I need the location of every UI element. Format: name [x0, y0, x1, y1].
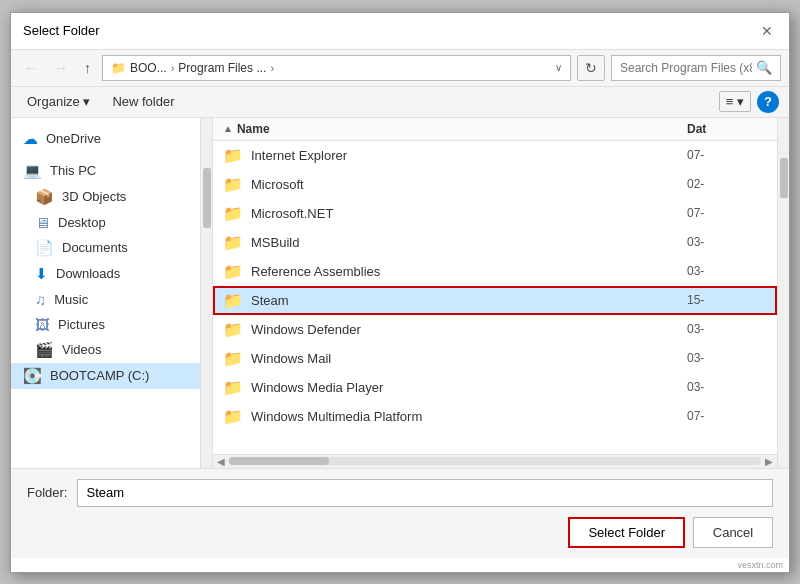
sidebar-item-label: This PC: [50, 163, 96, 178]
dialog-title: Select Folder: [23, 23, 100, 38]
sidebar: ☁ OneDrive 💻 This PC 📦 3D Objects 🖥 Desk…: [11, 118, 201, 468]
downloads-icon: ⬇: [35, 265, 48, 283]
sidebar-item-label: 3D Objects: [62, 189, 126, 204]
file-row-reference-assemblies[interactable]: 📁 Reference Assemblies 03-: [213, 257, 777, 286]
file-date: 03-: [687, 264, 767, 278]
horizontal-scrollbar[interactable]: ◀ ▶: [213, 454, 777, 468]
sidebar-item-music[interactable]: ♫ Music: [11, 287, 200, 312]
file-row-microsoft-net[interactable]: 📁 Microsoft.NET 07-: [213, 199, 777, 228]
path-sep-2: ›: [270, 62, 274, 74]
file-name: Windows Media Player: [251, 380, 679, 395]
main-content: ☁ OneDrive 💻 This PC 📦 3D Objects 🖥 Desk…: [11, 118, 789, 468]
file-date: 03-: [687, 322, 767, 336]
sidebar-item-label: OneDrive: [46, 131, 101, 146]
search-input[interactable]: [620, 61, 752, 75]
file-row-microsoft[interactable]: 📁 Microsoft 02-: [213, 170, 777, 199]
file-row-windows-mail[interactable]: 📁 Windows Mail 03-: [213, 344, 777, 373]
file-row-windows-media-player[interactable]: 📁 Windows Media Player 03-: [213, 373, 777, 402]
footer: Folder: Select Folder Cancel: [11, 468, 789, 558]
address-bar: ← → ↑ 📁 BOO... › Program Files ... › ∨ ↻…: [11, 50, 789, 87]
title-bar: Select Folder ✕: [11, 13, 789, 50]
file-row-internet-explorer[interactable]: 📁 Internet Explorer 07-: [213, 141, 777, 170]
sidebar-scroll-thumb: [203, 168, 211, 228]
sidebar-item-onedrive[interactable]: ☁ OneDrive: [11, 126, 200, 152]
column-date: Dat: [687, 122, 767, 136]
sidebar-item-pictures[interactable]: 🖼 Pictures: [11, 312, 200, 337]
file-date: 07-: [687, 148, 767, 162]
file-scroll-thumb: [780, 158, 788, 198]
view-button[interactable]: ≡ ▾: [719, 91, 751, 112]
sidebar-item-label: Desktop: [58, 215, 106, 230]
up-button[interactable]: ↑: [79, 58, 96, 78]
file-row-windows-defender[interactable]: 📁 Windows Defender 03-: [213, 315, 777, 344]
address-path[interactable]: 📁 BOO... › Program Files ... › ∨: [102, 55, 571, 81]
file-name: Steam: [251, 293, 679, 308]
select-folder-button[interactable]: Select Folder: [568, 517, 685, 548]
folder-icon: 📁: [223, 291, 243, 310]
back-button[interactable]: ←: [19, 58, 43, 78]
sidebar-item-downloads[interactable]: ⬇ Downloads: [11, 261, 200, 287]
sidebar-item-thispc[interactable]: 💻 This PC: [11, 158, 200, 184]
search-box[interactable]: 🔍: [611, 55, 781, 81]
refresh-button[interactable]: ↻: [577, 55, 605, 81]
organize-button[interactable]: Organize ▾: [21, 91, 96, 112]
sidebar-item-documents[interactable]: 📄 Documents: [11, 235, 200, 261]
folder-label: Folder:: [27, 485, 67, 500]
cancel-button[interactable]: Cancel: [693, 517, 773, 548]
h-scroll-right-icon[interactable]: ▶: [765, 456, 773, 467]
folder-icon: 📁: [223, 175, 243, 194]
sidebar-item-bootcamp[interactable]: 💽 BOOTCAMP (C:): [11, 363, 200, 389]
file-date: 07-: [687, 206, 767, 220]
folder-icon: 📁: [223, 349, 243, 368]
documents-icon: 📄: [35, 239, 54, 257]
close-button[interactable]: ✕: [757, 21, 777, 41]
sidebar-item-desktop[interactable]: 🖥 Desktop: [11, 210, 200, 235]
path-dropdown-icon: ∨: [555, 62, 562, 73]
sidebar-item-videos[interactable]: 🎬 Videos: [11, 337, 200, 363]
forward-button[interactable]: →: [49, 58, 73, 78]
h-scroll-left-icon[interactable]: ◀: [217, 456, 225, 467]
button-row: Select Folder Cancel: [27, 517, 773, 548]
sidebar-item-label: Downloads: [56, 266, 120, 281]
path-part-programfiles: Program Files ...: [178, 61, 266, 75]
column-name: Name: [237, 122, 687, 136]
bootcamp-icon: 💽: [23, 367, 42, 385]
sidebar-item-label: Videos: [62, 342, 102, 357]
sidebar-item-label: Music: [54, 292, 88, 307]
thispc-icon: 💻: [23, 162, 42, 180]
folder-icon: 📁: [111, 61, 126, 75]
h-scroll-track[interactable]: [229, 457, 761, 465]
file-name: Windows Defender: [251, 322, 679, 337]
help-button[interactable]: ?: [757, 91, 779, 113]
file-name: Windows Mail: [251, 351, 679, 366]
videos-icon: 🎬: [35, 341, 54, 359]
folder-input[interactable]: [77, 479, 773, 507]
file-date: 15-: [687, 293, 767, 307]
sidebar-item-3dobjects[interactable]: 📦 3D Objects: [11, 184, 200, 210]
h-scroll-thumb: [229, 457, 329, 465]
file-name: Microsoft: [251, 177, 679, 192]
file-pane-scrollbar[interactable]: [777, 118, 789, 468]
search-icon: 🔍: [756, 60, 772, 75]
folder-icon: 📁: [223, 204, 243, 223]
file-row-windows-multimedia-platform[interactable]: 📁 Windows Multimedia Platform 07-: [213, 402, 777, 431]
file-name: MSBuild: [251, 235, 679, 250]
toolbar-right: ≡ ▾ ?: [719, 91, 779, 113]
title-bar-controls: ✕: [757, 21, 777, 41]
pictures-icon: 🖼: [35, 316, 50, 333]
file-row-steam[interactable]: 📁 Steam 15-: [213, 286, 777, 315]
sidebar-scrollbar[interactable]: [201, 118, 213, 468]
sidebar-item-label: Documents: [62, 240, 128, 255]
file-date: 03-: [687, 235, 767, 249]
sidebar-item-label: Pictures: [58, 317, 105, 332]
new-folder-button[interactable]: New folder: [106, 91, 180, 112]
desktop-icon: 🖥: [35, 214, 50, 231]
path-sep-1: ›: [171, 62, 175, 74]
file-list: 📁 Internet Explorer 07- 📁 Microsoft 02- …: [213, 141, 777, 454]
file-date: 03-: [687, 380, 767, 394]
file-name: Reference Assemblies: [251, 264, 679, 279]
scroll-up-icon[interactable]: ▲: [223, 123, 233, 134]
onedrive-icon: ☁: [23, 130, 38, 148]
file-row-msbuild[interactable]: 📁 MSBuild 03-: [213, 228, 777, 257]
file-name: Windows Multimedia Platform: [251, 409, 679, 424]
